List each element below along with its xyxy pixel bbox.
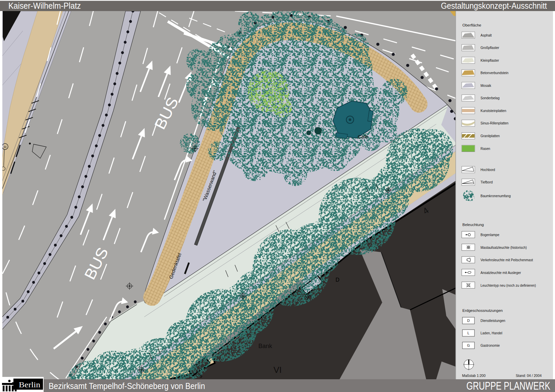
svg-text:D: D bbox=[336, 277, 340, 283]
svg-text:Leuchtentyp neu (noch zu defin: Leuchtentyp neu (noch zu definieren) bbox=[481, 284, 536, 287]
svg-text:Berlin: Berlin bbox=[19, 380, 40, 389]
svg-text:Stand: 04 / 2004: Stand: 04 / 2004 bbox=[516, 374, 542, 378]
svg-text:Mastaufsatzleuchte (historisch: Mastaufsatzleuchte (historisch) bbox=[481, 246, 527, 249]
svg-text:Asphalt: Asphalt bbox=[481, 34, 492, 37]
svg-text:Kleinpflaster: Kleinpflaster bbox=[481, 59, 499, 62]
svg-text:Bank: Bank bbox=[258, 343, 272, 349]
svg-text:Laden, Handel: Laden, Handel bbox=[481, 331, 502, 335]
svg-text:Sonderbelag: Sonderbelag bbox=[481, 96, 500, 100]
svg-text:L: L bbox=[467, 331, 469, 335]
svg-text:Bezirksamt Tempelhof-Schöneber: Bezirksamt Tempelhof-Schöneberg von Berl… bbox=[49, 381, 205, 391]
svg-text:Hochbord: Hochbord bbox=[481, 168, 495, 172]
svg-text:Maßstab 1:200: Maßstab 1:200 bbox=[462, 374, 486, 378]
svg-text:Rasen: Rasen bbox=[481, 147, 490, 151]
svg-text:Erdgeschossnutzungen: Erdgeschossnutzungen bbox=[462, 309, 503, 313]
svg-text:Verkehrsleuchte mit Peitschenm: Verkehrsleuchte mit Peitschenmast bbox=[481, 258, 533, 262]
svg-text:GRUPPE PLANWERK: GRUPPE PLANWERK bbox=[466, 379, 550, 392]
svg-text:Gestaltungskonzept-Ausschnitt: Gestaltungskonzept-Ausschnitt bbox=[441, 1, 547, 11]
svg-text:Tiefbord: Tiefbord bbox=[481, 180, 493, 184]
svg-text:Gastronomie: Gastronomie bbox=[481, 344, 500, 347]
svg-text:Dienstleistungen: Dienstleistungen bbox=[481, 319, 505, 323]
svg-text:D: D bbox=[467, 319, 470, 323]
svg-text:Ansatzleuchte mit Ausleger: Ansatzleuchte mit Ausleger bbox=[481, 271, 521, 275]
svg-text:Bogenlampe: Bogenlampe bbox=[481, 233, 500, 237]
svg-text:Oberfläche: Oberfläche bbox=[462, 23, 481, 27]
svg-text:Mosaik: Mosaik bbox=[481, 84, 492, 88]
svg-text:Betonverbundstein: Betonverbundstein bbox=[481, 71, 508, 75]
svg-text:Granitplatten: Granitplatten bbox=[481, 134, 500, 138]
svg-text:Sinus-Rillenplatten: Sinus-Rillenplatten bbox=[481, 121, 508, 125]
svg-text:Großpflaster: Großpflaster bbox=[481, 46, 499, 50]
svg-text:H: H bbox=[4, 145, 6, 149]
svg-text:Beleuchtung: Beleuchtung bbox=[462, 223, 484, 227]
svg-text:G: G bbox=[467, 343, 470, 347]
svg-text:Baumkronenumfang: Baumkronenumfang bbox=[481, 194, 511, 198]
svg-text:Café: Café bbox=[358, 134, 368, 139]
svg-text:Kaiser-Wilhelm-Platz: Kaiser-Wilhelm-Platz bbox=[8, 1, 81, 11]
svg-text:Kunststeinplatten: Kunststeinplatten bbox=[481, 109, 506, 113]
svg-text:VI: VI bbox=[273, 365, 282, 375]
